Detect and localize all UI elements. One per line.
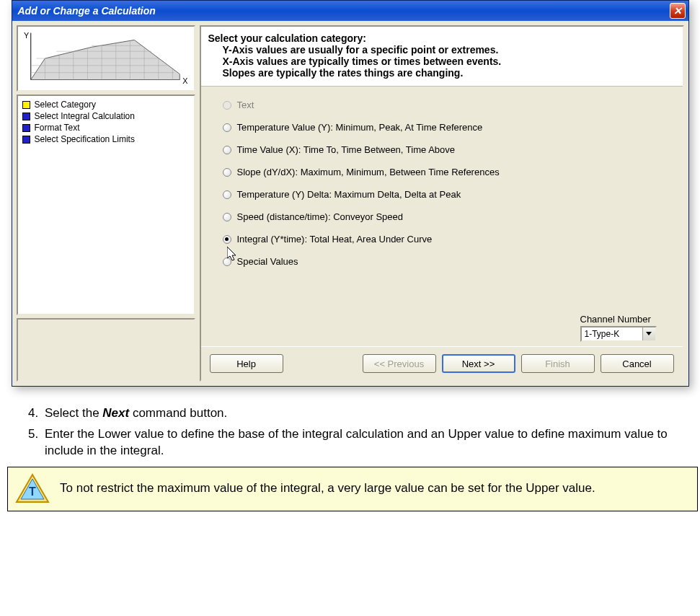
description-box <box>17 318 195 382</box>
dialog-body: Y X <box>12 21 688 386</box>
step-label: Format Text <box>35 123 80 133</box>
radio-icon <box>223 101 231 110</box>
radio-special[interactable]: Special Values <box>223 256 668 267</box>
radio-icon <box>223 235 231 244</box>
chevron-down-icon <box>642 327 655 340</box>
tip-box: T To not restrict the maximum value of t… <box>7 467 698 511</box>
radio-label: Temperature Value (Y): Minimum, Peak, At… <box>237 122 483 133</box>
step-spec-limits[interactable]: Select Specification Limits <box>22 133 190 145</box>
instruction-step-4: Select the Next command button. <box>42 405 685 422</box>
dialog-title: Add or Change a Calculation <box>18 5 670 17</box>
step-label: Select Category <box>35 100 96 110</box>
instruction-step-5: Enter the Lower value to define the base… <box>42 426 685 459</box>
radio-label: Special Values <box>237 256 298 267</box>
wizard-steps: Select Category Select Integral Calculat… <box>17 94 195 315</box>
step-label: Select Specification Limits <box>35 134 135 144</box>
radio-speed[interactable]: Speed (distance/time): Conveyor Speed <box>223 211 668 222</box>
options-area: Text Temperature Value (Y): Minimum, Pea… <box>201 87 683 346</box>
instructions-list: Select the Next command button. Enter th… <box>0 405 692 459</box>
svg-text:X: X <box>182 76 187 85</box>
radio-time-value[interactable]: Time Value (X): Time To, Time Between, T… <box>223 144 668 155</box>
channel-label: Channel Number <box>580 314 657 325</box>
header-line-4: Slopes are typically the rates things ar… <box>208 67 675 79</box>
header-text: Select your calculation category: Y-Axis… <box>201 27 683 87</box>
radio-icon <box>223 123 231 132</box>
step-marker-icon <box>22 113 30 120</box>
channel-dropdown[interactable]: 1-Type-K <box>580 326 657 342</box>
titlebar: Add or Change a Calculation ✕ <box>12 1 688 21</box>
step-marker-icon <box>22 124 30 132</box>
radio-label: Speed (distance/time): Conveyor Speed <box>237 211 404 222</box>
radio-slope[interactable]: Slope (dY/dX): Maximum, Minimum, Between… <box>223 167 668 177</box>
finish-button: Finish <box>521 354 595 373</box>
close-icon: ✕ <box>673 5 682 17</box>
next-button[interactable]: Next >> <box>442 354 515 373</box>
step-marker-icon <box>22 136 30 144</box>
radio-text: Text <box>223 100 668 110</box>
header-line-2: Y-Axis values are usually for a specific… <box>208 44 675 56</box>
radio-label: Temperature (Y) Delta: Maximum Delta, De… <box>237 189 461 200</box>
step-select-category[interactable]: Select Category <box>22 99 190 110</box>
radio-icon <box>223 146 231 154</box>
svg-marker-4 <box>30 40 180 79</box>
radio-label: Slope (dY/dX): Maximum, Minimum, Between… <box>237 167 500 177</box>
header-line-3: X-Axis values are typically times or tim… <box>208 56 675 67</box>
radio-icon <box>223 168 231 177</box>
close-button[interactable]: ✕ <box>670 3 686 19</box>
radio-temp-delta[interactable]: Temperature (Y) Delta: Maximum Delta, De… <box>223 189 668 200</box>
button-row: Help << Previous Next >> Finish Cancel <box>201 346 683 380</box>
header-line-1: Select your calculation category: <box>208 32 675 44</box>
right-column: Select your calculation category: Y-Axis… <box>200 25 684 382</box>
previous-button: << Previous <box>363 354 436 373</box>
radio-label: Integral (Y*time): Total Heat, Area Unde… <box>237 234 433 245</box>
radio-label: Time Value (X): Time To, Time Between, T… <box>237 144 456 155</box>
radio-icon <box>223 213 231 221</box>
left-column: Y X <box>17 25 195 382</box>
cancel-button[interactable]: Cancel <box>601 354 674 373</box>
tip-text: To not restrict the maximum value of the… <box>60 480 595 497</box>
svg-text:Y: Y <box>23 31 28 40</box>
tip-icon: T <box>15 473 50 505</box>
channel-number-group: Channel Number 1-Type-K <box>580 314 657 342</box>
step-format-text[interactable]: Format Text <box>22 122 190 133</box>
help-button[interactable]: Help <box>210 354 283 373</box>
radio-icon <box>223 258 231 266</box>
integral-preview-icon: Y X <box>21 30 191 87</box>
radio-icon <box>223 190 231 199</box>
svg-text:T: T <box>29 485 36 498</box>
dropdown-value: 1-Type-K <box>585 329 620 339</box>
chart-preview: Y X <box>17 25 195 92</box>
svg-marker-21 <box>646 332 652 335</box>
calculation-dialog: Add or Change a Calculation ✕ Y X <box>12 0 689 387</box>
step-label: Select Integral Calculation <box>35 111 135 121</box>
radio-integral[interactable]: Integral (Y*time): Total Heat, Area Unde… <box>223 234 668 245</box>
radio-label: Text <box>237 100 254 110</box>
step-marker-icon <box>22 101 30 109</box>
radio-temp-value[interactable]: Temperature Value (Y): Minimum, Peak, At… <box>223 122 668 133</box>
step-select-integral[interactable]: Select Integral Calculation <box>22 110 190 122</box>
